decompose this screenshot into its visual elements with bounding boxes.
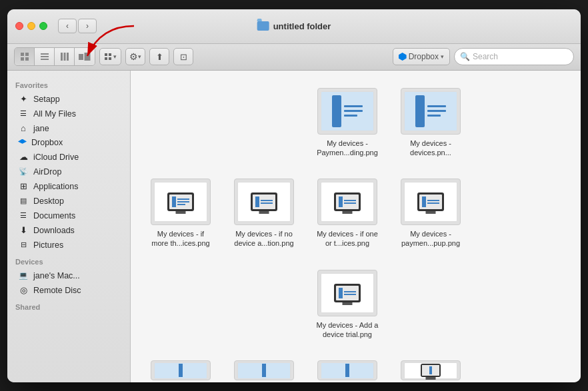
dropbox-icon	[399, 53, 407, 61]
file-thumbnail	[317, 179, 377, 225]
file-thumbnail	[401, 360, 461, 380]
list-item[interactable]: My devices - paymen...pup.png	[394, 175, 467, 252]
sidebar-item-downloads[interactable]: ⬇ Downloads	[10, 223, 127, 238]
sidebar-item-janes-mac[interactable]: 💻 jane's Mac...	[10, 268, 127, 283]
view-coverflow-button[interactable]	[75, 48, 95, 65]
file-thumbnail	[317, 270, 377, 316]
downloads-icon: ⬇	[18, 225, 29, 236]
search-box[interactable]: 🔍	[454, 48, 574, 65]
sidebar-item-applications[interactable]: ⊞ Applications	[10, 179, 127, 194]
view-buttons	[14, 47, 95, 66]
file-thumbnail	[151, 360, 211, 380]
documents-icon: ☰	[18, 210, 29, 221]
favorites-section-label: Favorites	[7, 76, 130, 92]
arrange-button[interactable]: ▾	[99, 48, 121, 65]
devices-section-label: Devices	[7, 252, 130, 268]
svg-rect-16	[109, 57, 111, 60]
action-gear-button[interactable]: ⚙ ▾	[125, 48, 145, 65]
traffic-lights	[15, 22, 47, 30]
sidebar-item-setapp[interactable]: ✦ Setapp	[10, 92, 127, 107]
sidebar-item-airdrop[interactable]: 📡 AirDrop	[10, 165, 127, 179]
svg-rect-8	[61, 53, 63, 61]
svg-rect-4	[25, 57, 29, 61]
svg-rect-6	[41, 56, 49, 57]
maximize-button[interactable]	[39, 22, 47, 30]
search-icon: 🔍	[460, 52, 470, 61]
file-name: My devices - Add a device trial.png	[315, 320, 380, 340]
svg-rect-2	[25, 53, 29, 56]
nav-buttons: ‹ ›	[58, 19, 97, 33]
share-button[interactable]: ⬆	[149, 48, 169, 65]
file-thumbnail	[234, 179, 294, 225]
file-thumbnail	[401, 88, 461, 135]
sidebar-item-icloud[interactable]: ☁ iCloud Drive	[10, 150, 127, 165]
close-button[interactable]	[15, 22, 23, 30]
toolbar: ▾ ⚙ ▾ ⬆ ⊡ Dropbox ▾ 🔍	[7, 44, 581, 71]
content-area: Favorites ✦ Setapp ☰ All My Files ⌂ jane…	[7, 71, 581, 382]
file-name: My devices - if one or t...ices.png	[315, 229, 380, 248]
list-item[interactable]	[311, 356, 384, 382]
dropbox-button[interactable]: Dropbox ▾	[393, 48, 450, 65]
back-button[interactable]: ‹	[58, 19, 77, 33]
airplay-icon: ⊡	[180, 52, 187, 62]
list-item[interactable]	[227, 356, 301, 382]
file-name: My devices - paymen...pup.png	[398, 229, 463, 248]
list-item[interactable]: My devices - if one or t...ices.png	[311, 175, 384, 252]
sidebar-item-desktop[interactable]: ▤ Desktop	[10, 194, 127, 208]
svg-rect-1	[21, 53, 24, 56]
home-icon: ⌂	[18, 123, 29, 134]
file-name: My devices - Paymen...ding.png	[315, 139, 380, 158]
view-column-button[interactable]	[55, 48, 75, 65]
list-item[interactable]	[144, 356, 217, 382]
sidebar: Favorites ✦ Setapp ☰ All My Files ⌂ jane…	[7, 71, 131, 382]
file-thumbnail	[234, 360, 294, 380]
sidebar-item-jane[interactable]: ⌂ jane	[10, 121, 127, 136]
all-files-icon: ☰	[18, 109, 29, 119]
finder-window: ‹ › untitled folder	[7, 9, 581, 382]
file-name: My devices - if no device a...tion.png	[231, 229, 297, 248]
list-item[interactable]: My devices - devices.pn...	[394, 84, 467, 162]
list-item[interactable]: My devices - Add a device trial.png	[311, 266, 384, 344]
airdrop-icon: 📡	[18, 167, 29, 177]
list-item[interactable]	[394, 356, 467, 382]
svg-rect-11	[79, 54, 83, 60]
file-thumbnail	[317, 360, 377, 380]
mac-icon: 💻	[18, 270, 29, 281]
folder-icon	[257, 21, 269, 31]
cloud-icon: ☁	[18, 152, 29, 163]
shared-section-label: Shared	[7, 298, 130, 314]
svg-rect-13	[105, 53, 107, 56]
airplay-button[interactable]: ⊡	[173, 48, 193, 65]
share-icon: ⬆	[156, 52, 163, 62]
list-item[interactable]: My devices - if no device a...tion.png	[227, 175, 301, 252]
minimize-button[interactable]	[27, 22, 35, 30]
titlebar: ‹ › untitled folder	[7, 9, 581, 44]
sidebar-item-dropbox[interactable]: Dropbox	[10, 136, 127, 150]
svg-rect-7	[41, 59, 49, 60]
list-item[interactable]: My devices - if more th...ices.png	[144, 175, 217, 252]
view-list-button[interactable]	[35, 48, 55, 65]
sidebar-item-documents[interactable]: ☰ Documents	[10, 208, 127, 223]
svg-rect-5	[41, 53, 49, 55]
desktop-icon: ▤	[18, 196, 29, 206]
file-name: My devices - if more th...ices.png	[148, 229, 213, 248]
file-thumbnail	[151, 179, 211, 225]
sidebar-item-remote-disc[interactable]: ◎ Remote Disc	[10, 283, 127, 298]
file-thumbnail	[401, 179, 461, 225]
svg-rect-3	[21, 57, 24, 61]
file-thumbnail	[317, 88, 377, 135]
svg-rect-14	[109, 53, 111, 56]
search-input[interactable]	[473, 52, 568, 61]
svg-rect-15	[105, 57, 107, 60]
forward-button[interactable]: ›	[78, 19, 97, 33]
view-icon-button[interactable]	[15, 48, 35, 65]
disc-icon: ◎	[18, 285, 29, 296]
setapp-icon: ✦	[18, 94, 29, 105]
svg-rect-10	[67, 53, 69, 61]
sidebar-item-all-my-files[interactable]: ☰ All My Files	[10, 107, 127, 121]
list-item[interactable]: My devices - Paymen...ding.png	[311, 84, 384, 162]
sidebar-item-pictures[interactable]: ⊟ Pictures	[10, 238, 127, 252]
file-area: My devices - Paymen...ding.png	[131, 71, 581, 382]
gear-icon: ⚙	[129, 51, 138, 62]
applications-icon: ⊞	[18, 181, 29, 192]
